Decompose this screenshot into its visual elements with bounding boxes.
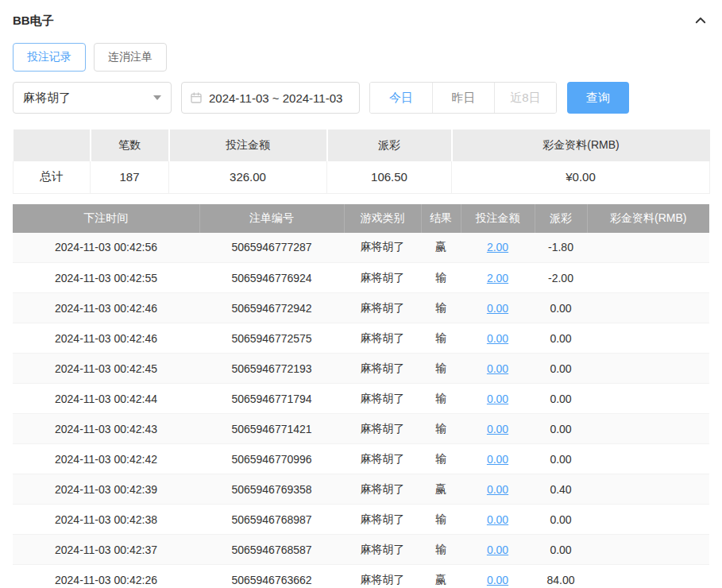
game-type-cell: 麻将胡了 <box>344 384 421 414</box>
bonus-cell <box>587 263 709 293</box>
bet-amount-link[interactable]: 0.00 <box>487 513 508 526</box>
bet-amount-link[interactable]: 0.00 <box>487 483 508 496</box>
search-button[interactable]: 查询 <box>567 82 629 114</box>
bet-time-cell: 2024-11-03 00:42:56 <box>13 233 199 263</box>
summary-total-label: 总计 <box>14 161 91 193</box>
game-select[interactable]: 麻将胡了 <box>13 82 172 114</box>
game-type-cell: 麻将胡了 <box>344 444 421 474</box>
payout-cell: 0.00 <box>535 414 587 444</box>
bet-amount-cell: 0.00 <box>461 293 535 323</box>
bet-time-cell: 2024-11-03 00:42:46 <box>13 293 199 323</box>
game-type-cell: 麻将胡了 <box>344 293 421 323</box>
bonus-cell <box>587 414 709 444</box>
bet-amount-link[interactable]: 0.00 <box>487 544 508 556</box>
bet-amount-cell: 0.00 <box>461 354 535 384</box>
game-type-cell: 麻将胡了 <box>344 505 421 535</box>
bet-amount-cell: 0.00 <box>461 323 535 354</box>
order-id-cell: 5065946768987 <box>199 505 344 535</box>
bonus-cell <box>587 474 709 505</box>
bet-amount-link[interactable]: 0.00 <box>487 574 508 586</box>
game-type-cell: 麻将胡了 <box>344 354 421 384</box>
payout-cell: 0.00 <box>535 323 587 354</box>
table-row: 2024-11-03 00:42:43 5065946771421 麻将胡了 输… <box>13 414 709 444</box>
bet-amount-cell: 0.00 <box>461 414 535 444</box>
bonus-cell <box>587 535 709 565</box>
date-range-picker[interactable]: 2024-11-03 ~ 2024-11-03 <box>181 82 360 114</box>
bet-amount-link[interactable]: 0.00 <box>487 453 508 466</box>
payout-cell: -1.80 <box>535 233 587 263</box>
result-cell: 输 <box>421 535 461 565</box>
chevron-down-icon <box>153 95 161 100</box>
table-row: 2024-11-03 00:42:44 5065946771794 麻将胡了 输… <box>13 384 709 414</box>
order-id-cell: 5065946768587 <box>199 535 344 565</box>
bet-amount-cell: 0.00 <box>461 535 535 565</box>
summary-header-count: 笔数 <box>91 130 169 161</box>
table-row: 2024-11-03 00:42:42 5065946770996 麻将胡了 输… <box>13 444 709 474</box>
bet-amount-cell: 2.00 <box>461 233 535 263</box>
today-button[interactable]: 今日 <box>370 83 432 113</box>
summary-table: 笔数 投注金额 派彩 彩金资料(RMB) 总计 187 326.00 106.5… <box>13 130 710 194</box>
result-cell: 输 <box>421 323 461 354</box>
filter-bar: 麻将胡了 2024-11-03 ~ 2024-11-03 今日 昨日 近8日 查… <box>13 82 709 114</box>
bet-amount-link[interactable]: 2.00 <box>487 241 508 253</box>
summary-header-payout: 派彩 <box>327 130 452 161</box>
bet-amount-cell: 2.00 <box>461 263 535 293</box>
bet-amount-link[interactable]: 0.00 <box>487 332 508 345</box>
bet-amount-cell: 0.00 <box>461 565 535 588</box>
order-id-cell: 5065946771421 <box>199 414 344 444</box>
header-result: 结果 <box>421 204 461 233</box>
order-id-cell: 5065946772575 <box>199 323 344 354</box>
bet-time-cell: 2024-11-03 00:42:43 <box>13 414 199 444</box>
order-id-cell: 5065946772193 <box>199 354 344 384</box>
bet-amount-link[interactable]: 0.00 <box>487 393 508 405</box>
summary-header-bonus: 彩金资料(RMB) <box>452 130 710 161</box>
bet-amount-link[interactable]: 2.00 <box>487 272 508 284</box>
payout-cell: 0.00 <box>535 505 587 535</box>
summary-total-count: 187 <box>91 161 169 193</box>
bonus-cell <box>587 384 709 414</box>
date-range-value: 2024-11-03 ~ 2024-11-03 <box>209 91 342 105</box>
header-payout: 派彩 <box>535 204 587 233</box>
result-cell: 输 <box>421 384 461 414</box>
bet-time-cell: 2024-11-03 00:42:42 <box>13 444 199 474</box>
payout-cell: 84.00 <box>535 565 587 588</box>
game-type-cell: 麻将胡了 <box>344 414 421 444</box>
bet-time-cell: 2024-11-03 00:42:38 <box>13 505 199 535</box>
payout-cell: 0.00 <box>535 293 587 323</box>
table-row: 2024-11-03 00:42:39 5065946769358 麻将胡了 赢… <box>13 474 709 505</box>
table-row: 2024-11-03 00:42:37 5065946768587 麻将胡了 输… <box>13 535 709 565</box>
calendar-icon <box>190 91 203 104</box>
payout-cell: 0.00 <box>535 444 587 474</box>
bet-table-header-row: 下注时间 注单编号 游戏类别 结果 投注金额 派彩 彩金资料(RMB) <box>13 204 709 233</box>
table-row: 2024-11-03 00:42:46 5065946772575 麻将胡了 输… <box>13 323 709 354</box>
order-id-cell: 5065946763662 <box>199 565 344 588</box>
bet-amount-link[interactable]: 0.00 <box>487 362 508 375</box>
quick-date-buttons: 今日 昨日 近8日 <box>369 82 557 114</box>
chevron-up-icon[interactable] <box>692 12 709 29</box>
bet-amount-cell: 0.00 <box>461 384 535 414</box>
result-cell: 输 <box>421 444 461 474</box>
bet-amount-link[interactable]: 0.00 <box>487 302 508 315</box>
yesterday-button[interactable]: 昨日 <box>432 83 494 113</box>
order-id-cell: 5065946776924 <box>199 263 344 293</box>
bet-time-cell: 2024-11-03 00:42:26 <box>13 565 199 588</box>
bet-table-body: 2024-11-03 00:42:56 5065946777287 麻将胡了 赢… <box>13 233 709 588</box>
bet-time-cell: 2024-11-03 00:42:55 <box>13 263 199 293</box>
page-title: BB电子 <box>13 14 54 29</box>
table-row: 2024-11-03 00:42:38 5065946768987 麻将胡了 输… <box>13 505 709 535</box>
last-8-days-button[interactable]: 近8日 <box>494 83 556 113</box>
bet-amount-link[interactable]: 0.00 <box>487 423 508 435</box>
header-bonus: 彩金资料(RMB) <box>587 204 709 233</box>
result-cell: 赢 <box>421 565 461 588</box>
tab-chain-bets[interactable]: 连消注单 <box>94 43 167 72</box>
result-cell: 输 <box>421 505 461 535</box>
header-bet-time: 下注时间 <box>13 204 199 233</box>
tab-bet-records[interactable]: 投注记录 <box>13 43 86 72</box>
game-type-cell: 麻将胡了 <box>344 565 421 588</box>
payout-cell: -2.00 <box>535 263 587 293</box>
game-select-value: 麻将胡了 <box>23 91 71 106</box>
table-row: 2024-11-03 00:42:55 5065946776924 麻将胡了 输… <box>13 263 709 293</box>
game-type-cell: 麻将胡了 <box>344 323 421 354</box>
bonus-cell <box>587 565 709 588</box>
game-type-cell: 麻将胡了 <box>344 233 421 263</box>
